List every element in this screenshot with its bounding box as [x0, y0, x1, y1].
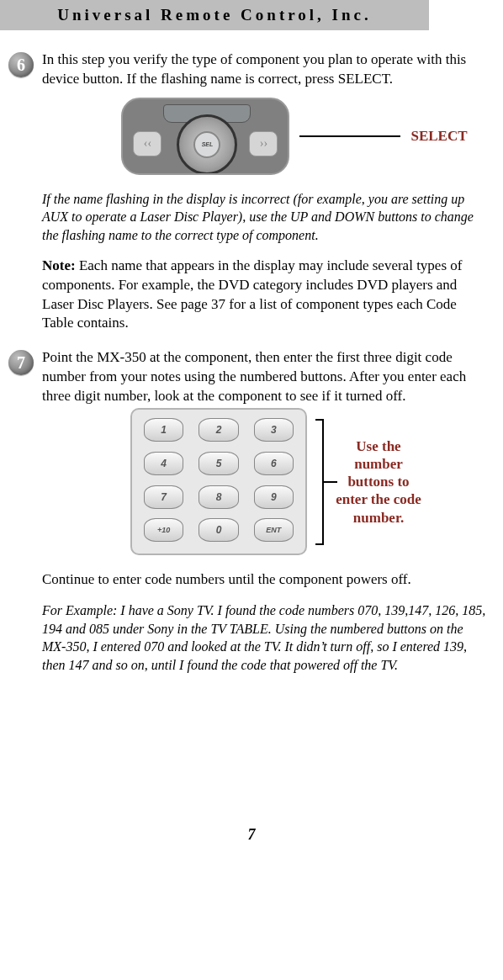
keypad-key-plus10: +10: [144, 518, 183, 542]
step-6: 6 In this step you verify the type of co…: [0, 50, 503, 333]
keypad-key-2: 2: [199, 418, 238, 442]
keypad-key-5: 5: [199, 452, 238, 475]
step-number-6: 6: [8, 52, 34, 77]
step-number-7: 7: [8, 350, 34, 375]
keypad-key-3: 3: [254, 418, 294, 442]
header-title: Universal Remote Control, Inc.: [57, 6, 371, 24]
keypad-key-4: 4: [144, 452, 183, 475]
keypad-callout-label: Use the number buttons to enter the code…: [332, 437, 425, 527]
keypad-key-0: 0: [199, 518, 238, 542]
step6-intro: In this step you verify the type of comp…: [42, 50, 488, 89]
left-arrow-icon: ‹‹: [133, 131, 161, 156]
figure-select: ‹‹ SEL ›› SELECT: [101, 98, 488, 175]
step6-italic-note: If the name flashing in the display is i…: [42, 190, 488, 245]
step7-example: For Example: I have a Sony TV. I found t…: [42, 601, 488, 674]
remote-keypad-illustration: 1 2 3 4 5 6 7 8 9 +10 0 ENT: [130, 408, 307, 555]
step7-intro: Point the MX-350 at the component, then …: [42, 348, 488, 406]
bracket-icon: [314, 419, 326, 545]
figure-keypad: 1 2 3 4 5 6 7 8 9 +10 0 ENT Use the numb…: [67, 408, 488, 555]
step7-continue: Continue to enter code numbers until the…: [42, 570, 488, 590]
step-7: 7 Point the MX-350 at the component, the…: [0, 348, 503, 674]
select-callout-label: SELECT: [410, 128, 467, 145]
note-text: Each name that appears in the display ma…: [42, 257, 462, 331]
page-number: 7: [0, 826, 503, 844]
right-arrow-icon: ››: [249, 131, 278, 156]
keypad-key-8: 8: [199, 485, 238, 509]
remote-select-illustration: ‹‹ SEL ››: [121, 98, 289, 175]
note-label: Note:: [42, 257, 76, 273]
page: Universal Remote Control, Inc. 6 In this…: [0, 0, 503, 861]
keypad-key-7: 7: [144, 485, 183, 509]
keypad-key-6: 6: [254, 452, 294, 475]
keypad-key-ent: ENT: [254, 518, 294, 542]
header-bar: Universal Remote Control, Inc.: [0, 0, 429, 30]
keypad-key-9: 9: [254, 485, 294, 509]
keypad-key-1: 1: [144, 418, 183, 442]
callout-line-icon: [299, 135, 400, 137]
step6-note: Note: Each name that appears in the disp…: [42, 257, 488, 334]
